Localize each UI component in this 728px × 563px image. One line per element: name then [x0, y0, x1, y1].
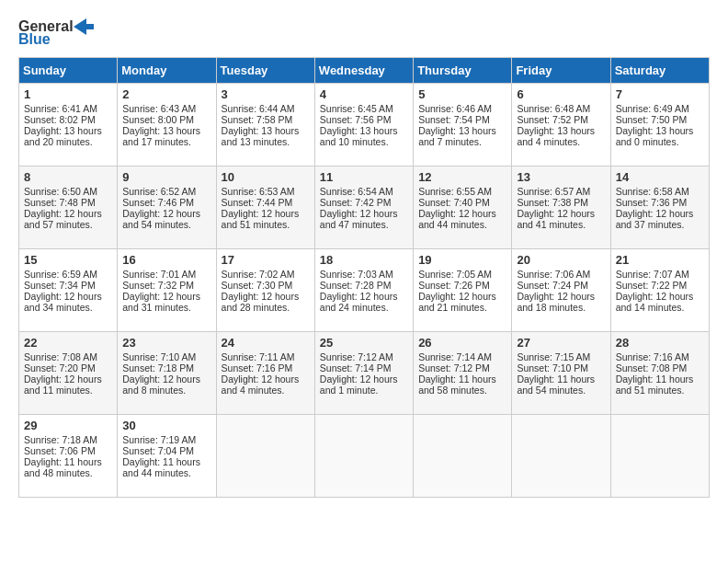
day-info-line: Sunrise: 6:49 AM	[616, 103, 704, 114]
calendar-cell	[216, 415, 314, 498]
day-info-line: and 0 minutes.	[616, 136, 704, 147]
logo-arrow-icon	[74, 18, 94, 35]
day-number: 14	[616, 170, 704, 184]
day-number: 30	[122, 419, 210, 432]
day-number: 28	[616, 336, 704, 350]
day-number: 1	[24, 87, 112, 101]
day-info-line: and 11 minutes.	[24, 385, 112, 396]
weekday-header-wednesday: Wednesday	[314, 58, 413, 84]
calendar-body: 1Sunrise: 6:41 AMSunset: 8:02 PMDaylight…	[19, 84, 710, 498]
day-info-line: Sunset: 7:56 PM	[320, 114, 408, 125]
calendar-cell: 1Sunrise: 6:41 AMSunset: 8:02 PMDaylight…	[19, 84, 118, 167]
calendar-cell: 14Sunrise: 6:58 AMSunset: 7:36 PMDayligh…	[610, 167, 709, 249]
weekday-header-thursday: Thursday	[414, 58, 512, 84]
calendar-cell: 16Sunrise: 7:01 AMSunset: 7:32 PMDayligh…	[118, 249, 216, 332]
calendar-cell: 11Sunrise: 6:54 AMSunset: 7:42 PMDayligh…	[314, 167, 413, 249]
day-number: 11	[320, 170, 408, 184]
day-info-line: and 31 minutes.	[122, 302, 210, 313]
day-info-line: Sunrise: 6:58 AM	[616, 186, 704, 197]
day-info-line: Sunrise: 7:03 AM	[320, 269, 408, 280]
calendar-cell	[314, 415, 413, 498]
day-info-line: Daylight: 12 hours	[418, 291, 506, 302]
weekday-header-friday: Friday	[512, 58, 610, 84]
day-info-line: Daylight: 13 hours	[222, 125, 310, 136]
calendar-cell: 26Sunrise: 7:14 AMSunset: 7:12 PMDayligh…	[414, 332, 512, 415]
day-info-line: and 17 minutes.	[122, 136, 210, 147]
day-info-line: Sunset: 7:06 PM	[24, 445, 112, 456]
page-header: General Blue	[18, 18, 710, 48]
day-info-line: and 48 minutes.	[24, 467, 112, 478]
calendar-cell: 21Sunrise: 7:07 AMSunset: 7:22 PMDayligh…	[610, 249, 709, 332]
calendar-cell: 27Sunrise: 7:15 AMSunset: 7:10 PMDayligh…	[512, 332, 610, 415]
day-number: 17	[222, 253, 310, 267]
day-number: 19	[418, 253, 506, 267]
calendar-cell: 29Sunrise: 7:18 AMSunset: 7:06 PMDayligh…	[19, 415, 118, 498]
calendar-cell: 12Sunrise: 6:55 AMSunset: 7:40 PMDayligh…	[414, 167, 512, 249]
day-info-line: Daylight: 13 hours	[24, 125, 112, 136]
day-info-line: Sunset: 7:38 PM	[517, 197, 605, 208]
weekday-header-saturday: Saturday	[610, 58, 709, 84]
day-info-line: Daylight: 13 hours	[616, 125, 704, 136]
day-info-line: Daylight: 12 hours	[24, 291, 112, 302]
calendar-week-5: 22Sunrise: 7:08 AMSunset: 7:20 PMDayligh…	[19, 332, 710, 415]
day-info-line: and 58 minutes.	[418, 385, 506, 396]
weekday-header-tuesday: Tuesday	[216, 58, 314, 84]
calendar-cell	[414, 415, 512, 498]
calendar-cell: 18Sunrise: 7:03 AMSunset: 7:28 PMDayligh…	[314, 249, 413, 332]
weekday-header-monday: Monday	[118, 58, 216, 84]
day-number: 2	[122, 87, 210, 101]
day-number: 22	[24, 336, 112, 350]
calendar-cell: 4Sunrise: 6:45 AMSunset: 7:56 PMDaylight…	[314, 84, 413, 167]
day-info-line: Daylight: 12 hours	[24, 373, 112, 385]
day-info-line: Sunset: 7:46 PM	[122, 197, 210, 208]
day-info-line: Sunrise: 7:06 AM	[517, 269, 605, 280]
day-info-line: Sunset: 7:18 PM	[122, 362, 210, 373]
day-info-line: Sunrise: 7:07 AM	[616, 269, 704, 280]
day-info-line: Daylight: 12 hours	[418, 208, 506, 219]
day-info-line: Sunset: 7:14 PM	[320, 362, 408, 373]
calendar-cell: 2Sunrise: 6:43 AMSunset: 8:00 PMDaylight…	[118, 84, 216, 167]
day-info-line: and 4 minutes.	[517, 136, 605, 147]
calendar-week-6: 29Sunrise: 7:18 AMSunset: 7:06 PMDayligh…	[19, 415, 710, 498]
calendar-cell: 3Sunrise: 6:44 AMSunset: 7:58 PMDaylight…	[216, 84, 314, 167]
day-info-line: and 57 minutes.	[24, 219, 112, 230]
day-info-line: Daylight: 11 hours	[24, 456, 112, 467]
day-number: 9	[122, 170, 210, 184]
day-info-line: Sunrise: 7:08 AM	[24, 351, 112, 362]
day-number: 23	[122, 336, 210, 350]
day-info-line: Sunrise: 6:45 AM	[320, 103, 408, 114]
day-number: 3	[222, 87, 310, 101]
day-info-line: Sunset: 7:26 PM	[418, 280, 506, 291]
day-info-line: and 51 minutes.	[616, 385, 704, 396]
day-info-line: and 7 minutes.	[418, 136, 506, 147]
day-info-line: and 8 minutes.	[122, 385, 210, 396]
calendar-cell: 28Sunrise: 7:16 AMSunset: 7:08 PMDayligh…	[610, 332, 709, 415]
day-info-line: Sunset: 7:34 PM	[24, 280, 112, 291]
day-info-line: Sunrise: 7:12 AM	[320, 351, 408, 362]
day-info-line: Daylight: 13 hours	[517, 125, 605, 136]
day-number: 20	[517, 253, 605, 267]
day-info-line: Daylight: 12 hours	[517, 208, 605, 219]
day-info-line: and 51 minutes.	[222, 219, 310, 230]
day-info-line: Sunset: 7:24 PM	[517, 280, 605, 291]
day-number: 5	[418, 87, 506, 101]
day-info-line: Daylight: 12 hours	[517, 291, 605, 302]
day-number: 7	[616, 87, 704, 101]
day-info-line: and 54 minutes.	[517, 385, 605, 396]
day-info-line: Sunrise: 7:18 AM	[24, 434, 112, 445]
day-info-line: Sunrise: 7:15 AM	[517, 351, 605, 362]
day-info-line: Daylight: 12 hours	[320, 291, 408, 302]
day-info-line: Sunrise: 7:19 AM	[122, 434, 210, 445]
calendar-cell: 17Sunrise: 7:02 AMSunset: 7:30 PMDayligh…	[216, 249, 314, 332]
day-info-line: Sunset: 7:10 PM	[517, 362, 605, 373]
day-info-line: Sunrise: 6:48 AM	[517, 103, 605, 114]
day-info-line: Sunrise: 6:57 AM	[517, 186, 605, 197]
calendar-header-row: SundayMondayTuesdayWednesdayThursdayFrid…	[19, 58, 710, 84]
logo-blue: Blue	[18, 31, 51, 48]
day-info-line: Sunset: 7:40 PM	[418, 197, 506, 208]
day-number: 8	[24, 170, 112, 184]
day-info-line: Sunrise: 7:05 AM	[418, 269, 506, 280]
day-info-line: Sunset: 8:00 PM	[122, 114, 210, 125]
day-info-line: Daylight: 12 hours	[320, 208, 408, 219]
calendar-week-4: 15Sunrise: 6:59 AMSunset: 7:34 PMDayligh…	[19, 249, 710, 332]
